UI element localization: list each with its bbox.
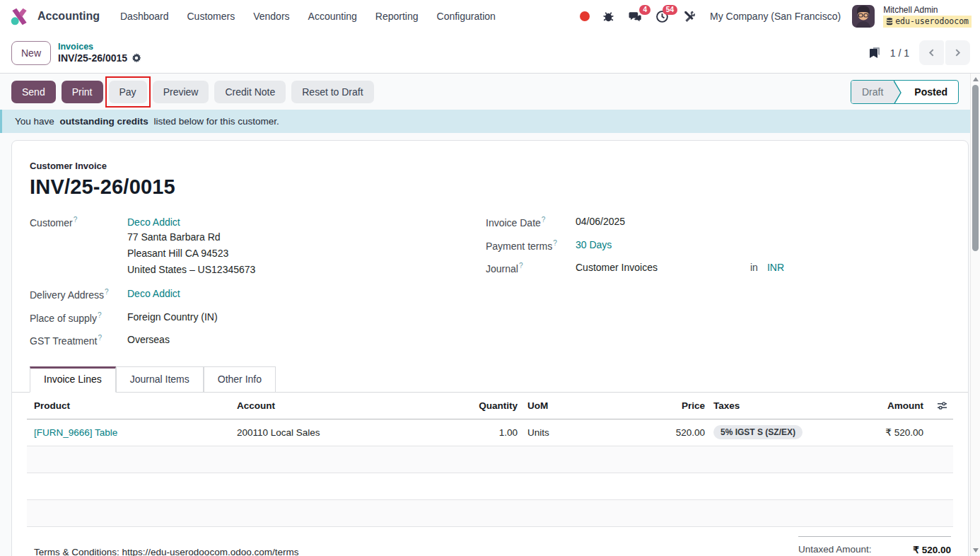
field-place-of-supply: Place of supply? Foreign Country (IN) (30, 311, 486, 324)
field-invoice-date: Invoice Date? 04/06/2025 (486, 216, 950, 228)
print-button[interactable]: Print (62, 81, 103, 103)
invoice-lines-table: Product Account Quantity UoM Price Taxes… (27, 393, 953, 527)
menu-customers[interactable]: Customers (178, 5, 245, 28)
column-options-icon[interactable] (923, 401, 953, 410)
debug-bug-icon[interactable] (597, 4, 621, 28)
notebook-tabs: Invoice Lines Journal Items Other Info (12, 366, 968, 393)
tab-other-info[interactable]: Other Info (204, 366, 276, 393)
untaxed-amount-label: Untaxed Amount: (798, 544, 872, 555)
user-menu[interactable]: Mitchell Admin edu-userodoocom (883, 5, 972, 28)
col-quantity[interactable]: Quantity (467, 400, 518, 411)
field-payment-terms: Payment terms? 30 Days (486, 239, 950, 252)
menu-accounting[interactable]: Accounting (299, 5, 366, 28)
gst-treatment-value[interactable]: Overseas (127, 334, 170, 347)
help-icon: ? (553, 239, 557, 247)
bookmark-icon[interactable] (869, 47, 880, 59)
control-panel: New Invoices INV/25-26/0015 (0, 33, 980, 74)
help-icon: ? (542, 216, 546, 224)
cell-quantity: 1.00 (467, 427, 518, 438)
vertical-scrollbar[interactable] (970, 74, 980, 556)
help-icon: ? (74, 216, 78, 224)
col-uom[interactable]: UoM (518, 400, 622, 411)
delivery-address-link[interactable]: Deco Addict (127, 288, 180, 301)
credit-note-button[interactable]: Credit Note (214, 81, 286, 103)
main-menu: Dashboard Customers Vendors Accounting R… (111, 5, 505, 28)
pager-counter: 1 / 1 (890, 47, 909, 59)
form-view: Send Print Pay Preview Credit Note Reset… (0, 74, 980, 556)
messages-badge: 4 (639, 5, 651, 15)
new-button[interactable]: New (11, 41, 51, 65)
invoice-date-value[interactable]: 04/06/2025 (576, 216, 625, 228)
terms-and-conditions-link[interactable]: Terms & Conditions: https://edu-userodoo… (27, 547, 298, 556)
tools-icon[interactable] (677, 4, 701, 28)
journal-label: Journal (486, 263, 518, 274)
col-account[interactable]: Account (237, 400, 467, 411)
invoice-line-row[interactable]: [FURN_9666] Table 200110 Local Sales 1.0… (27, 419, 953, 446)
alert-text-prefix: You have (15, 116, 57, 127)
payment-terms-label: Payment terms (486, 240, 552, 251)
actions-gear-icon[interactable] (132, 53, 141, 63)
pager-next-button[interactable] (945, 40, 970, 65)
activities-clock-icon[interactable]: 54 (651, 4, 675, 28)
breadcrumb-invoices-link[interactable]: Invoices (58, 42, 141, 52)
product-link[interactable]: [FURN_9666] Table (34, 427, 117, 438)
recording-indicator-icon (580, 11, 590, 21)
journal-value[interactable]: Customer Invoices (576, 262, 750, 273)
reset-to-draft-button[interactable]: Reset to Draft (291, 81, 373, 103)
scroll-down-arrow-icon[interactable] (973, 548, 979, 552)
empty-line-row (27, 500, 953, 527)
preview-button[interactable]: Preview (153, 81, 209, 103)
journal-in-label: in (750, 262, 758, 273)
status-draft[interactable]: Draft (851, 81, 894, 103)
menu-configuration[interactable]: Configuration (428, 5, 505, 28)
statusbar: Send Print Pay Preview Credit Note Reset… (0, 74, 980, 110)
cell-price: 520.00 (622, 427, 705, 438)
table-header-row: Product Account Quantity UoM Price Taxes… (27, 393, 953, 419)
messages-icon[interactable]: 4 (624, 4, 648, 28)
col-amount[interactable]: Amount (883, 400, 923, 411)
company-selector[interactable]: My Company (San Francisco) (704, 11, 849, 22)
delivery-address-label: Delivery Address (30, 289, 104, 301)
totals-box: Untaxed Amount: ₹ 520.00 (798, 536, 951, 555)
customer-link[interactable]: Deco Addict (127, 216, 180, 228)
empty-line-row (27, 473, 953, 500)
document-type-label: Customer Invoice (12, 161, 968, 171)
menu-vendors[interactable]: Vendors (244, 5, 298, 28)
app-name[interactable]: Accounting (37, 10, 100, 23)
place-of-supply-label: Place of supply (30, 312, 97, 323)
customer-address-line: United States – US12345673 (127, 262, 255, 277)
pay-button[interactable]: Pay (109, 81, 147, 103)
tab-journal-items[interactable]: Journal Items (116, 366, 204, 393)
cell-amount: ₹ 520.00 (883, 427, 923, 438)
menu-reporting[interactable]: Reporting (366, 5, 428, 28)
alert-text-bold: outstanding credits (60, 116, 148, 127)
alert-text-suffix: listed below for this customer. (151, 116, 279, 127)
database-icon (886, 18, 893, 25)
field-customer: Customer? Deco Addict 77 Santa Barbara R… (30, 216, 486, 277)
app-logo-icon[interactable] (10, 7, 29, 26)
col-taxes[interactable]: Taxes (705, 400, 883, 411)
scrollbar-thumb[interactable] (972, 85, 979, 251)
invoice-sheet: Customer Invoice INV/25-26/0015 Customer… (11, 140, 969, 556)
status-arrow-icon (894, 81, 904, 103)
user-avatar[interactable] (852, 5, 875, 28)
journal-currency-link[interactable]: INR (767, 262, 784, 273)
invoice-fields: Customer? Deco Addict 77 Santa Barbara R… (12, 199, 968, 357)
invoice-date-label: Invoice Date (486, 217, 541, 228)
outstanding-credits-alert: You have outstanding credits listed belo… (0, 110, 980, 133)
status-posted[interactable]: Posted (904, 81, 958, 103)
customer-address-line: Pleasant Hill CA 94523 (127, 246, 255, 261)
field-gst-treatment: GST Treatment? Overseas (30, 334, 486, 347)
send-button[interactable]: Send (11, 81, 56, 103)
customer-label: Customer (30, 217, 73, 228)
menu-dashboard[interactable]: Dashboard (111, 5, 178, 28)
breadcrumb: Invoices INV/25-26/0015 (58, 42, 141, 63)
breadcrumb-current: INV/25-26/0015 (58, 52, 127, 64)
payment-terms-link[interactable]: 30 Days (576, 239, 612, 252)
col-product[interactable]: Product (34, 400, 237, 411)
col-price[interactable]: Price (622, 400, 705, 411)
pager-previous-button[interactable] (919, 40, 944, 65)
scroll-up-arrow-icon[interactable] (973, 77, 979, 81)
tab-invoice-lines[interactable]: Invoice Lines (30, 366, 116, 393)
place-of-supply-value[interactable]: Foreign Country (IN) (127, 311, 218, 324)
